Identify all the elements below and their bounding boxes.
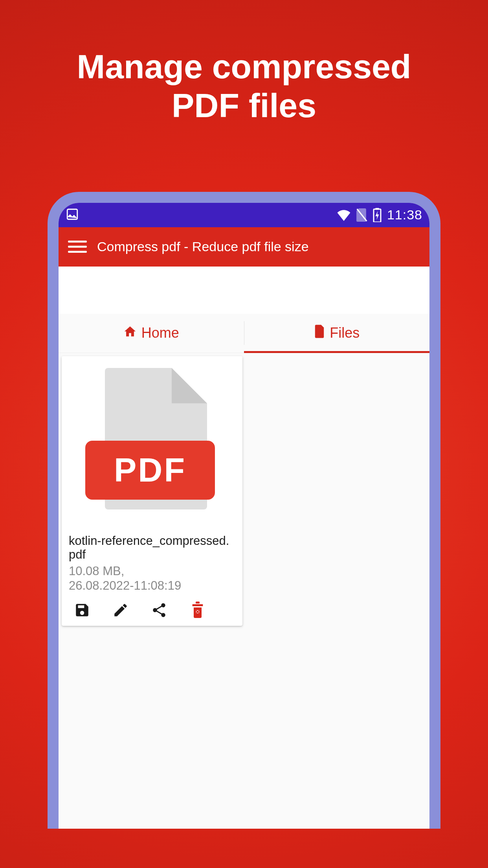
tab-home[interactable]: Home bbox=[59, 314, 244, 353]
status-bar-right: 11:38 bbox=[337, 207, 422, 223]
image-icon bbox=[66, 208, 79, 223]
home-icon bbox=[123, 325, 137, 342]
file-size: 10.08 MB, bbox=[69, 564, 124, 578]
file-thumbnail: PDF bbox=[62, 356, 242, 529]
share-button[interactable] bbox=[150, 601, 169, 620]
tab-files-label: Files bbox=[330, 325, 360, 341]
headline-line-2: PDF files bbox=[172, 86, 316, 124]
pdf-badge-label: PDF bbox=[85, 441, 215, 500]
svg-rect-4 bbox=[196, 602, 200, 604]
device-wrap: 11:38 Compress pdf - Reduce pdf file siz… bbox=[48, 192, 440, 829]
app-toolbar: Compress pdf - Reduce pdf file size bbox=[59, 227, 429, 267]
file-actions bbox=[62, 598, 242, 626]
file-grid: PDF kotlin-reference_compressed.pdf 10.0… bbox=[59, 353, 429, 626]
headline-line-1: Manage compressed bbox=[77, 48, 411, 85]
tabs: Home Files bbox=[59, 314, 429, 353]
file-subtext: 10.08 MB, 26.08.2022-11:08:19 bbox=[69, 564, 235, 593]
app-content: Home Files bbox=[59, 314, 429, 829]
battery-charging-icon bbox=[373, 208, 382, 222]
status-bar-time: 11:38 bbox=[387, 207, 422, 223]
file-card[interactable]: PDF kotlin-reference_compressed.pdf 10.0… bbox=[62, 356, 242, 626]
file-icon bbox=[314, 325, 325, 342]
tab-files[interactable]: Files bbox=[244, 314, 430, 353]
file-date: 26.08.2022-11:08:19 bbox=[69, 579, 181, 592]
app-title: Compress pdf - Reduce pdf file size bbox=[97, 239, 309, 254]
no-sim-icon bbox=[356, 208, 367, 222]
pdf-icon: PDF bbox=[85, 364, 219, 521]
edit-button[interactable] bbox=[111, 601, 130, 620]
promo-container: Manage compressed PDF files bbox=[0, 0, 488, 868]
wifi-icon bbox=[337, 209, 351, 221]
status-bar: 11:38 bbox=[59, 203, 429, 227]
file-name: kotlin-reference_compressed.pdf bbox=[69, 534, 235, 562]
device-frame: 11:38 Compress pdf - Reduce pdf file siz… bbox=[48, 192, 440, 829]
tab-underline bbox=[244, 351, 429, 353]
file-meta: kotlin-reference_compressed.pdf 10.08 MB… bbox=[62, 529, 242, 598]
svg-rect-3 bbox=[375, 208, 379, 210]
delete-button[interactable] bbox=[188, 601, 207, 620]
status-bar-left bbox=[66, 208, 79, 223]
promo-headline: Manage compressed PDF files bbox=[77, 47, 411, 125]
menu-icon[interactable] bbox=[68, 237, 87, 256]
tab-home-label: Home bbox=[141, 325, 179, 341]
save-button[interactable] bbox=[73, 601, 92, 620]
